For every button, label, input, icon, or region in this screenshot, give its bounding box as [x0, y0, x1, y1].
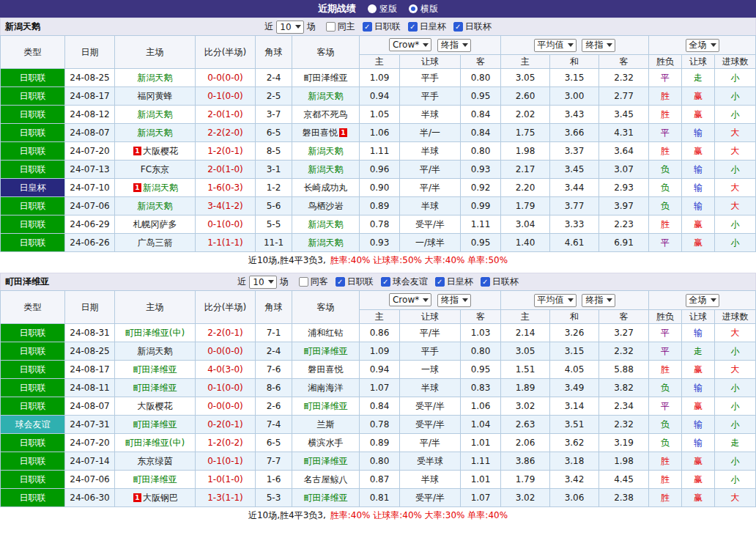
team-name[interactable]: 新潟天鹅 — [308, 237, 344, 248]
team-name[interactable]: 东京绿茵 — [138, 456, 173, 466]
away-team-cell: 兰斯 — [292, 416, 360, 434]
col-header-home: 主场 — [115, 291, 196, 324]
team-name[interactable]: 新潟天鹅 — [138, 201, 173, 211]
radio-label: 竖版 — [379, 3, 397, 15]
team-name[interactable]: 大阪钢巴 — [143, 493, 178, 503]
bookmaker-select[interactable]: Crow* — [389, 293, 431, 306]
result-outcome: 负 — [649, 379, 682, 397]
filter-checkbox[interactable]: ✓日职联 — [363, 21, 401, 33]
team-name[interactable]: 新潟天鹅 — [138, 346, 173, 356]
team-name[interactable]: 新潟天鹅 — [308, 219, 344, 229]
col-header-odds-away: 客 — [461, 55, 501, 69]
team-name[interactable]: 町田泽维亚 — [304, 73, 348, 83]
team-name[interactable]: 福冈黄蜂 — [138, 91, 173, 101]
col-header-avg-draw: 和 — [550, 55, 599, 69]
avg-draw-odds: 3.77 — [550, 197, 599, 215]
team-name[interactable]: 新潟天鹅 — [143, 183, 178, 193]
filter-checkbox[interactable]: ✓日皇杯 — [408, 21, 446, 33]
avg-away-odds: 2.77 — [599, 87, 649, 106]
team-name[interactable]: 鸟栖沙岩 — [308, 201, 344, 211]
home-team-cell: 东京绿茵 — [115, 452, 196, 471]
filter-checkbox[interactable]: ✓日皇杯 — [435, 276, 473, 288]
match-date: 24-06-26 — [65, 234, 115, 252]
bookmaker-away-odds: 1.01 — [461, 471, 501, 489]
match-type: 日职联 — [1, 124, 65, 142]
team-name[interactable]: 新潟天鹅 — [308, 91, 344, 101]
odds-stage-select[interactable]: 终指 — [437, 294, 471, 307]
checkbox-label: 日皇杯 — [447, 276, 473, 288]
team-name[interactable]: 湘南海洋 — [308, 383, 344, 393]
team-name[interactable]: 名古屋鲸八 — [304, 474, 348, 484]
team-name[interactable]: 町田泽维亚 — [133, 474, 177, 484]
team-name[interactable]: 新潟天鹅 — [138, 128, 173, 138]
match-count-select[interactable]: 10 — [249, 276, 276, 289]
match-corners: 7-6 — [256, 361, 292, 379]
team-name[interactable]: 长崎成功丸 — [304, 183, 348, 193]
team-name[interactable]: 町田泽维亚 — [304, 346, 348, 356]
filter-checkbox[interactable]: ✓日联杯 — [453, 21, 492, 33]
team-name[interactable]: 町田泽维亚 — [304, 493, 348, 503]
match-corners: 3-1 — [256, 161, 292, 179]
team-name[interactable]: 町田泽维亚 — [133, 419, 177, 430]
team-name[interactable]: FC东京 — [141, 164, 169, 174]
filter-checkbox[interactable]: ✓日职联 — [336, 276, 374, 288]
team-name[interactable]: 兰斯 — [317, 419, 335, 430]
team-name[interactable]: 町田泽维亚 — [133, 364, 177, 375]
team-name[interactable]: 新潟天鹅 — [138, 73, 173, 83]
team-name[interactable]: 广岛三箭 — [138, 237, 173, 248]
chevron-down-icon — [568, 298, 574, 302]
layout-option-horizontal[interactable]: 横版 — [409, 3, 438, 15]
odds-stage-select[interactable]: 终指 — [437, 39, 471, 52]
match-count-select[interactable]: 10 — [276, 21, 303, 34]
result-handicap: 赢 — [682, 215, 715, 234]
team-name[interactable]: 浦和红钻 — [308, 328, 344, 338]
result-outcome: 胜 — [649, 471, 682, 489]
result-handicap: 走 — [682, 342, 715, 361]
match-type: 日职联 — [1, 197, 65, 215]
bookmaker-select[interactable]: Crow* — [389, 38, 431, 51]
filter-checkbox[interactable]: 同客 — [299, 276, 328, 288]
team-name[interactable]: 大阪樱花 — [138, 401, 173, 411]
match-row: 日职联24-08-25新潟天鹅0-0(0-0)2-4町田泽维亚1.09平手0.8… — [1, 342, 756, 361]
team-name[interactable]: 横滨水手 — [308, 438, 344, 448]
team-name[interactable]: 京都不死鸟 — [304, 109, 348, 119]
avg-home-odds: 1.75 — [501, 124, 550, 142]
avg-home-odds: 1.89 — [501, 379, 550, 397]
avg-draw-odds: 3.66 — [550, 124, 599, 142]
team-name[interactable]: 新潟天鹅 — [308, 146, 344, 156]
filter-checkbox[interactable]: ✓球会友谊 — [381, 276, 428, 288]
average-stage-select[interactable]: 终指 — [582, 39, 615, 52]
fulltime-select[interactable]: 全场 — [686, 294, 719, 307]
team-name[interactable]: 札幌冈萨多 — [133, 219, 177, 229]
team-name[interactable]: 町田泽维亚 — [133, 383, 177, 393]
match-date: 24-08-07 — [65, 124, 115, 142]
team-name[interactable]: 新潟天鹅 — [308, 164, 344, 174]
avg-draw-odds: 3.26 — [550, 324, 599, 342]
team-name[interactable]: 新潟天鹅 — [138, 109, 173, 119]
team-name[interactable]: 磐田喜悦 — [308, 364, 344, 375]
team-name[interactable]: 町田泽维亚(中) — [125, 438, 185, 448]
fulltime-select[interactable]: 全场 — [686, 39, 719, 52]
match-date: 24-07-06 — [65, 197, 115, 215]
bookmaker-away-odds: 0.80 — [461, 342, 501, 361]
layout-option-vertical[interactable]: 竖版 — [368, 3, 397, 15]
team-name[interactable]: 大阪樱花 — [143, 146, 178, 156]
average-stage-value: 终指 — [585, 294, 603, 306]
filter-checkbox[interactable]: 同主 — [326, 21, 355, 33]
match-corners: 5-5 — [256, 215, 292, 234]
team-name[interactable]: 町田泽维亚(中) — [125, 328, 185, 338]
bookmaker-home-odds: 0.89 — [360, 197, 400, 215]
team-name[interactable]: 町田泽维亚 — [304, 456, 348, 466]
chevron-down-icon — [711, 43, 716, 47]
chevron-down-icon — [423, 298, 429, 302]
team-name[interactable]: 町田泽维亚 — [304, 401, 348, 411]
avg-away-odds: 2.23 — [599, 215, 649, 234]
match-row: 日皇杯24-07-101新潟天鹅1-6(0-3)1-2长崎成功丸0.90平/半0… — [1, 179, 756, 197]
filter-checkbox[interactable]: ✓日联杯 — [481, 276, 519, 288]
team-name[interactable]: 磐田喜悦 — [303, 128, 338, 138]
bookmaker-home-odds: 0.96 — [360, 161, 400, 179]
average-select[interactable]: 平均值 — [534, 294, 577, 307]
match-row: 日职联24-07-201大阪樱花1-2(0-1)8-5新潟天鹅1.11半球0.8… — [1, 142, 756, 161]
average-select[interactable]: 平均值 — [534, 39, 577, 52]
average-stage-select[interactable]: 终指 — [582, 294, 615, 307]
